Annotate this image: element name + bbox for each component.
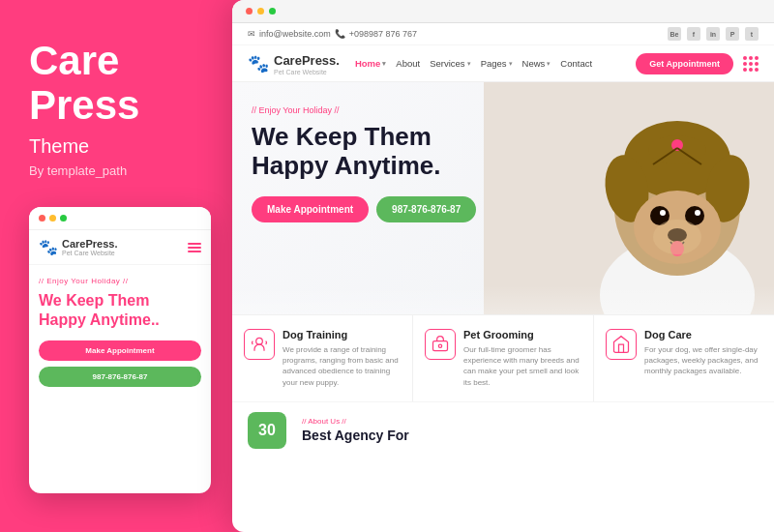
nav-logo-area: 🐾 CarePress. Pet Care Website: [248, 51, 340, 75]
mobile-eyebrow: // Enjoy Your Holiday //: [39, 277, 201, 285]
nav-dots-grid: [743, 56, 759, 72]
pet-grooming-icon: [425, 329, 456, 360]
hero-phone-button[interactable]: 987-876-876-87: [376, 196, 476, 222]
nav-cta-button[interactable]: Get Appointment: [636, 53, 733, 74]
nav-links: Home ▾ About Services ▾ Pages ▾ News ▾ C…: [355, 58, 636, 69]
mobile-top-bar: [29, 207, 211, 230]
svg-rect-17: [433, 341, 448, 351]
brand-by: By template_path: [29, 163, 211, 178]
dog-training-desc: We provide a range of training programs,…: [283, 344, 401, 388]
topbar-left: ✉ info@website.com 📞 +098987 876 767: [248, 29, 417, 39]
svg-point-13: [653, 220, 701, 254]
hero-eyebrow: // Enjoy Your Holiday //: [252, 105, 503, 115]
hero-appointment-button[interactable]: Make Appointment: [252, 196, 369, 222]
hero-buttons: Make Appointment 987-876-876-87: [252, 196, 503, 222]
service-dog-training: Dog Training We provide a range of train…: [232, 315, 413, 401]
dot-red: [39, 215, 45, 222]
mobile-mockup: 🐾 CarePress. Pet Care Website // Enjoy Y…: [29, 207, 211, 493]
topbar-right: Be f in P t: [668, 27, 759, 41]
social-fb[interactable]: f: [687, 27, 700, 41]
nav-logo-text: CarePress.: [274, 53, 340, 68]
about-number: 30: [248, 412, 286, 449]
dog-care-desc: For your dog, we offer single-day packag…: [644, 344, 762, 377]
hero-title: We Keep Them Happy Anytime.: [252, 123, 503, 181]
svg-point-18: [438, 344, 441, 347]
browser-dot-yellow: [257, 8, 264, 15]
phone-text: +098987 876 767: [349, 29, 417, 39]
pet-grooming-desc: Our full-time groomer has experience wit…: [463, 344, 581, 388]
nav-about[interactable]: About: [396, 58, 420, 69]
mobile-logo-sub: Pet Care Website: [62, 250, 118, 256]
service-dog-care: Dog Care For your dog, we offer single-d…: [594, 315, 774, 401]
brand-line1: Care: [29, 38, 119, 83]
website-topbar: ✉ info@website.com 📞 +098987 876 767 Be …: [232, 23, 774, 45]
browser-mockup: ✉ info@website.com 📞 +098987 876 767 Be …: [232, 0, 774, 532]
dot-yellow: [49, 215, 56, 222]
left-panel: Care Press Theme By template_path 🐾 Care…: [0, 0, 240, 532]
browser-top-bar: [232, 0, 774, 23]
hamburger-icon[interactable]: [188, 243, 201, 252]
nav-paw-icon: 🐾: [248, 53, 269, 74]
social-twitter[interactable]: t: [745, 27, 759, 41]
dog-training-icon: [244, 329, 275, 360]
about-heading: Best Agency For: [302, 428, 409, 443]
service-pet-grooming: Pet Grooming Our full-time groomer has e…: [413, 315, 594, 401]
services-bar: Dog Training We provide a range of train…: [232, 314, 774, 401]
svg-point-16: [256, 338, 263, 344]
nav-news[interactable]: News ▾: [522, 58, 551, 69]
mobile-appointment-button[interactable]: Make Appointment: [39, 340, 201, 361]
mobile-logo-text: CarePress.: [62, 238, 118, 250]
brand-line2: Press: [29, 82, 139, 128]
email-text: info@website.com: [259, 29, 331, 39]
dog-care-icon: [606, 329, 637, 360]
svg-point-10: [695, 210, 700, 216]
pet-grooming-title: Pet Grooming: [463, 329, 581, 340]
email-icon: ✉: [248, 29, 255, 39]
dog-training-title: Dog Training: [283, 329, 401, 340]
brand-name: Care Press Theme By template_path: [29, 39, 211, 207]
nav-services[interactable]: Services ▾: [430, 58, 470, 69]
hero-section: // Enjoy Your Holiday // We Keep Them Ha…: [232, 82, 774, 314]
social-be[interactable]: Be: [668, 27, 681, 41]
dot-green: [60, 215, 67, 222]
nav-home[interactable]: Home ▾: [355, 58, 386, 69]
mobile-nav: 🐾 CarePress. Pet Care Website: [29, 230, 211, 265]
mobile-heading: We Keep Them Happy Anytime..: [39, 291, 201, 328]
bottom-strip: 30 // About Us // Best Agency For: [232, 401, 774, 458]
hero-image: [484, 82, 774, 314]
browser-dot-red: [246, 8, 253, 15]
mobile-logo-area: 🐾 CarePress. Pet Care Website: [39, 238, 188, 256]
dog-care-title: Dog Care: [644, 329, 762, 340]
hero-text: // Enjoy Your Holiday // We Keep Them Ha…: [252, 105, 503, 222]
nav-pages[interactable]: Pages ▾: [481, 58, 513, 69]
website-navbar: 🐾 CarePress. Pet Care Website Home ▾ Abo…: [232, 45, 774, 82]
mobile-phone-button[interactable]: 987-876-876-87: [39, 367, 201, 387]
nav-contact[interactable]: Contact: [560, 58, 592, 69]
phone-icon: 📞: [335, 29, 345, 39]
nav-logo-sub: Pet Care Website: [274, 69, 340, 75]
theme-label: Theme: [29, 135, 211, 158]
social-pinterest[interactable]: P: [726, 27, 739, 41]
browser-dot-green: [269, 8, 276, 15]
about-eyebrow: // About Us //: [302, 417, 409, 426]
paw-icon: 🐾: [39, 238, 58, 256]
mobile-content: // Enjoy Your Holiday // We Keep Them Ha…: [29, 265, 211, 493]
social-in[interactable]: in: [706, 27, 720, 41]
svg-point-9: [660, 210, 666, 216]
